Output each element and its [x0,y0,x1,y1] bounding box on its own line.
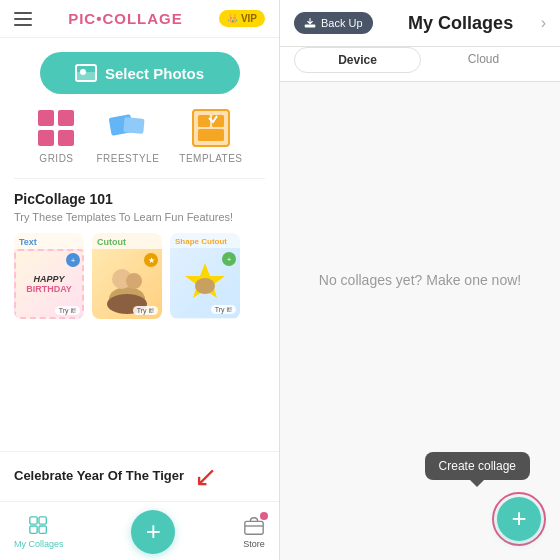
collage-types: GRIDS FREESTYLE TEMPLATES [0,108,279,178]
freestyle-svg-icon [108,108,148,148]
bday-birthday: BIRTHDAY [26,284,72,294]
template-card-text[interactable]: Text HAPPY BIRTHDAY + Try it! [14,233,84,319]
svg-point-14 [195,278,215,294]
backup-button[interactable]: Back Up [294,12,373,34]
store-notification-badge [260,512,268,520]
right-content-empty: No collages yet? Make one now! [280,82,560,478]
svg-rect-21 [305,25,316,28]
fab-right-plus-icon: + [511,505,526,531]
svg-rect-19 [245,521,263,534]
chevron-right-icon[interactable]: › [541,14,546,32]
svg-rect-3 [58,130,74,146]
nav-item-my-collages[interactable]: My Collages [14,515,64,549]
tab-device[interactable]: Device [294,47,421,73]
vip-badge[interactable]: VIP [219,10,265,27]
template-card-cutout[interactable]: Cutout ★ Try it! [92,233,162,319]
fab-left-button[interactable]: + [131,510,175,554]
bottom-nav: My Collages + Store [0,501,279,560]
collage-type-templates[interactable]: TEMPLATES [179,108,242,164]
photo-icon [75,64,97,82]
nav-item-store[interactable]: Store [243,515,265,549]
cutout-badge: ★ [144,253,158,267]
cutout-card-label: Cutout [92,233,162,249]
my-collages-nav-label: My Collages [14,539,64,549]
right-header: Back Up My Collages › [280,0,560,47]
svg-rect-18 [39,526,46,533]
fab-right-wrapper: + [492,492,546,546]
templates-svg-icon [191,108,231,148]
svg-rect-2 [38,130,54,146]
svg-rect-17 [30,526,37,533]
store-nav-label: Store [243,539,265,549]
shape-cutout-label: Shape Cutout [170,233,240,248]
right-panel: Back Up My Collages › Device Cloud No co… [280,0,560,560]
shape-cutout-img: + Try it! [170,248,240,318]
backup-icon [304,17,316,29]
collage-type-grids[interactable]: GRIDS [36,108,76,164]
cutout-card-img: ★ Try it! [92,249,162,319]
celebrate-section: Celebrate Year Of The Tiger ↙ [0,451,279,501]
fab-left-plus-icon: + [146,518,161,544]
red-arrow-icon: ↙ [194,460,217,493]
left-header: PIC•COLLAGE VIP [0,0,279,38]
empty-state-message: No collages yet? Make one now! [319,272,521,288]
right-panel-title: My Collages [381,13,541,34]
text-try-it-tag: Try it! [55,306,80,315]
svg-rect-1 [58,110,74,126]
left-panel: PIC•COLLAGE VIP Select Photos GRIDS [0,0,280,560]
create-collage-tooltip: Create collage [425,452,530,480]
template-card-shape-cutout[interactable]: Shape Cutout + Try it! [170,233,240,319]
template-cards-list: Text HAPPY BIRTHDAY + Try it! Cutout [0,233,279,333]
shape-try-it-tag: Try it! [211,305,236,314]
grids-svg-icon [36,108,76,148]
collage-type-freestyle[interactable]: FREESTYLE [96,108,159,164]
create-collage-button[interactable]: + [497,497,541,541]
shape-cutout-svg [180,258,230,308]
bday-happy: HAPPY [33,274,64,284]
tab-cloud[interactable]: Cloud [421,47,546,73]
hamburger-icon[interactable] [14,12,32,26]
divider [14,178,265,179]
select-photos-button[interactable]: Select Photos [40,52,240,94]
svg-point-12 [126,273,142,289]
svg-rect-9 [198,129,224,141]
celebrate-title: Celebrate Year Of The Tiger [14,468,184,483]
svg-rect-15 [30,517,37,524]
app-logo: PIC•COLLAGE [68,10,183,27]
right-bottom: Create collage + [280,478,560,560]
svg-rect-5 [123,117,144,134]
section-title: PicCollage 101 [0,191,279,211]
tab-bar: Device Cloud [280,47,560,82]
shape-badge: + [222,252,236,266]
text-card-badge: + [66,253,80,267]
text-card-label: Text [14,233,84,249]
text-card-img: HAPPY BIRTHDAY + Try it! [14,249,84,319]
svg-rect-7 [198,115,210,127]
svg-rect-16 [39,517,46,524]
cutout-try-it-tag: Try it! [133,306,158,315]
section-subtitle: Try These Templates To Learn Fun Feature… [0,211,279,233]
svg-rect-0 [38,110,54,126]
my-collages-nav-icon [28,515,50,537]
